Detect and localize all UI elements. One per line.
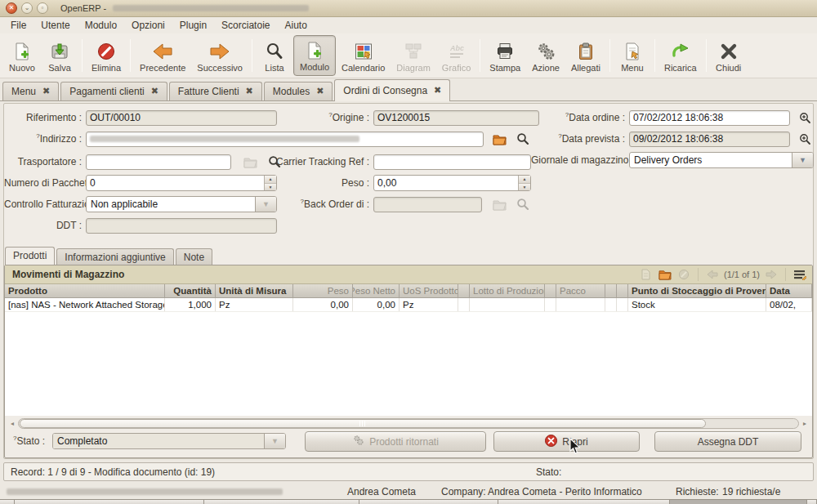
- tab-informazioni-aggiuntive[interactable]: Informazioni aggiuntive: [56, 248, 173, 265]
- data-prevista-field[interactable]: [629, 132, 790, 147]
- toolbar-lista-button[interactable]: Lista: [256, 35, 293, 76]
- indirizzo-field[interactable]: [86, 132, 484, 147]
- tab-close-icon[interactable]: ✖: [151, 86, 158, 96]
- tab-close-icon[interactable]: ✖: [434, 85, 441, 96]
- gears-icon: [352, 435, 364, 448]
- menu-aiuto[interactable]: Aiuto: [277, 18, 314, 33]
- stato-combo[interactable]: Completato ▼: [52, 433, 286, 449]
- tab-ordini-di-consegna[interactable]: Ordini di Consegna✖: [334, 79, 450, 101]
- tab-pagamenti-clienti[interactable]: Pagamenti clienti✖: [60, 82, 167, 100]
- column-header[interactable]: Prodotto: [5, 284, 165, 297]
- carrier-tracking-field[interactable]: [373, 154, 531, 170]
- open-line-folder-icon[interactable]: [658, 267, 672, 282]
- window-maximize-button[interactable]: ▫: [37, 2, 48, 14]
- spin-up-icon[interactable]: ▲: [265, 176, 276, 184]
- toolbar-ricarica-button[interactable]: Ricarica: [659, 35, 703, 76]
- column-header[interactable]: Quantità: [165, 284, 216, 297]
- toolbar-chiudi-button[interactable]: Chiudi: [710, 35, 748, 76]
- toolbar-allegati-button[interactable]: Allegati: [565, 35, 606, 76]
- chevron-down-icon[interactable]: ▼: [255, 197, 276, 212]
- scroll-left-icon[interactable]: ◂: [7, 418, 18, 429]
- switch-view-icon[interactable]: [792, 267, 807, 282]
- tab-modules[interactable]: Modules✖: [264, 82, 333, 100]
- ddt-field[interactable]: [86, 218, 277, 234]
- scroll-right-icon[interactable]: ▸: [799, 418, 810, 429]
- toolbar-calendario-button[interactable]: Calendario: [336, 35, 391, 76]
- column-header[interactable]: Pacco: [556, 284, 605, 297]
- toolbar-successivo-button[interactable]: Successivo: [191, 35, 248, 76]
- tab-prodotti[interactable]: Prodotti: [5, 247, 55, 265]
- menu-scorciatoie[interactable]: Scorciatoie: [214, 18, 277, 33]
- data-ordine-field[interactable]: [629, 110, 790, 126]
- toolbar-nuovo-button[interactable]: Nuovo: [3, 35, 41, 76]
- menu-file[interactable]: File: [3, 18, 33, 33]
- menu-utente[interactable]: Utente: [33, 18, 77, 33]
- search-record-icon[interactable]: [516, 132, 530, 146]
- back-order-field[interactable]: [373, 197, 482, 212]
- window-minimize-button[interactable]: ⌄: [21, 2, 33, 14]
- date-zoom-icon[interactable]: [797, 132, 812, 146]
- origine-field[interactable]: [373, 110, 539, 126]
- menu-plugin[interactable]: Plugin: [172, 18, 214, 33]
- date-zoom-icon[interactable]: [797, 110, 812, 125]
- spin-down-icon[interactable]: ▼: [519, 184, 530, 191]
- tab-note[interactable]: Note: [176, 248, 212, 265]
- peso-stepper[interactable]: ▲▼: [373, 175, 531, 191]
- column-header[interactable]: [617, 284, 628, 297]
- controllo-fatturazione-combo[interactable]: Non applicabile ▼: [86, 196, 277, 212]
- horizontal-scrollbar[interactable]: ◂ ▸: [7, 417, 810, 430]
- menu-modulo[interactable]: Modulo: [78, 18, 124, 33]
- table-row[interactable]: [nas] NAS - Network Attached Storage 1,0…: [5, 298, 812, 312]
- spin-up-icon[interactable]: ▲: [519, 176, 530, 184]
- numero-pacchetti-stepper[interactable]: ▲▼: [86, 175, 277, 191]
- cancel-circle-icon: [545, 435, 557, 449]
- toolbar-menu-button[interactable]: Menu: [614, 35, 651, 76]
- column-header[interactable]: [545, 284, 556, 297]
- column-header[interactable]: [458, 284, 470, 297]
- taskbar-item[interactable]: [807, 500, 817, 504]
- assegna-ddt-button[interactable]: Assegna DDT: [654, 431, 801, 452]
- column-header[interactable]: Peso Netto: [353, 284, 400, 297]
- riapri-button[interactable]: Riapri: [493, 431, 640, 452]
- riferimento-field[interactable]: [86, 110, 277, 126]
- column-header[interactable]: Data: [766, 284, 812, 297]
- tab-close-icon[interactable]: ✖: [246, 86, 253, 96]
- tab-close-icon[interactable]: ✖: [42, 86, 50, 96]
- peso-field[interactable]: [374, 176, 518, 190]
- numero-pacchetti-field[interactable]: [87, 176, 264, 190]
- tab-fatture-clienti[interactable]: Fatture Clienti✖: [169, 82, 262, 100]
- toolbar-azione-button[interactable]: Azione: [526, 35, 565, 76]
- toolbar-salva-button[interactable]: Salva: [41, 35, 78, 76]
- column-header[interactable]: Punto di Stoccaggio di Provenienza: [628, 284, 766, 297]
- controllo-fatturazione-label: Controllo Fatturazione :: [4, 198, 82, 210]
- open-resource-folder-icon[interactable]: [492, 132, 507, 146]
- list-view-icon: [264, 41, 285, 62]
- scrollbar-trough[interactable]: [18, 418, 799, 429]
- taskbar-item[interactable]: [0, 500, 15, 504]
- richieste-count[interactable]: 19 richiesta/e: [722, 486, 780, 497]
- taskbar-item[interactable]: [359, 500, 498, 504]
- toolbar-elimina-button[interactable]: Elimina: [86, 35, 127, 76]
- column-header[interactable]: Peso: [293, 284, 353, 297]
- tab-close-icon[interactable]: ✖: [316, 86, 324, 96]
- menu-opzioni[interactable]: Opzioni: [124, 18, 172, 33]
- spin-down-icon[interactable]: ▼: [265, 184, 276, 191]
- toolbar-precedente-button[interactable]: Precedente: [134, 35, 191, 76]
- taskbar-item[interactable]: [498, 500, 670, 504]
- chevron-down-icon[interactable]: ▼: [264, 434, 285, 448]
- taskbar-item-active[interactable]: [670, 500, 807, 504]
- taskbar-item[interactable]: [204, 500, 359, 504]
- toolbar-stampa-button[interactable]: Stampa: [484, 35, 526, 76]
- column-header[interactable]: UoS Prodotto: [400, 284, 458, 297]
- tab-menu[interactable]: Menu✖: [2, 82, 59, 100]
- toolbar-modulo-button[interactable]: Modulo: [293, 35, 336, 76]
- giornale-combo[interactable]: Delivery Orders ▼: [629, 152, 814, 168]
- scrollbar-thumb[interactable]: [20, 419, 706, 428]
- chevron-down-icon[interactable]: ▼: [792, 153, 813, 167]
- column-header[interactable]: Unità di Misura: [216, 284, 293, 297]
- taskbar-item[interactable]: [15, 500, 204, 504]
- trasportatore-field[interactable]: [86, 154, 231, 170]
- column-header[interactable]: [605, 284, 617, 297]
- column-header[interactable]: Lotto di Produzione: [470, 284, 545, 297]
- window-close-button[interactable]: ✕: [6, 2, 17, 14]
